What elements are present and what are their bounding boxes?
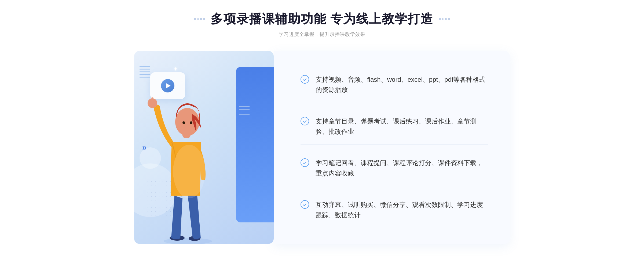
svg-point-16 [148,98,157,108]
title-row: 多项录播课辅助功能 专为线上教学打造 [194,11,450,27]
svg-point-13 [175,108,199,136]
check-icon-3 [301,158,309,167]
blue-accent-panel [236,67,274,222]
chevron-icon: » [142,143,147,151]
left-dots-decoration [194,18,205,20]
feature-item-4: 互动弹幕、试听购买、微信分享、观看次数限制、学习进度跟踪、数据统计 [301,192,488,228]
page-title: 多项录播课辅助功能 专为线上教学打造 [211,11,434,27]
svg-point-14 [182,121,185,124]
feature-text-4: 互动弹幕、试听购买、微信分享、观看次数限制、学习进度跟踪、数据统计 [316,200,488,220]
page-subtitle: 学习进度全掌握，提升录播课教学效果 [279,31,365,38]
features-panel: 支持视频、音频、flash、word、excel、ppt、pdf等各种格式的资源… [274,51,510,244]
feature-item-2: 支持章节目录、弹题考试、课后练习、课后作业、章节测验、批改作业 [301,109,488,145]
feature-text-2: 支持章节目录、弹题考试、课后练习、课后作业、章节测验、批改作业 [316,116,488,137]
sparkle-decoration: ✦ [173,66,178,73]
feature-item-3: 学习笔记回看、课程提问、课程评论打分、课件资料下载，重点内容收藏 [301,150,488,186]
feature-item-1: 支持视频、音频、flash、word、excel、ppt、pdf等各种格式的资源… [301,67,488,103]
check-circle-1 [301,75,309,84]
check-circle-3 [301,158,309,167]
check-circle-4 [301,200,309,209]
illustration-panel: ✦ [134,51,274,244]
check-icon-2 [301,117,309,125]
check-icon-4 [301,200,309,209]
person-illustration [148,78,228,244]
check-icon-1 [301,75,309,84]
svg-point-15 [190,121,192,124]
page-container: 多项录播课辅助功能 专为线上教学打造 学习进度全掌握，提升录播课教学效果 [0,11,644,244]
feature-text-3: 学习笔记回看、课程提问、课程评论打分、课件资料下载，重点内容收藏 [316,158,488,178]
content-section: ✦ [134,51,510,244]
svg-point-17 [173,145,205,198]
deco-lines-inner [239,105,252,123]
header-section: 多项录播课辅助功能 专为线上教学打造 学习进度全掌握，提升录播课教学效果 [0,11,644,38]
check-circle-2 [301,117,309,125]
page-nav-left: » [142,143,147,151]
right-dots-decoration [439,18,450,20]
feature-text-1: 支持视频、音频、flash、word、excel、ppt、pdf等各种格式的资源… [316,74,488,95]
